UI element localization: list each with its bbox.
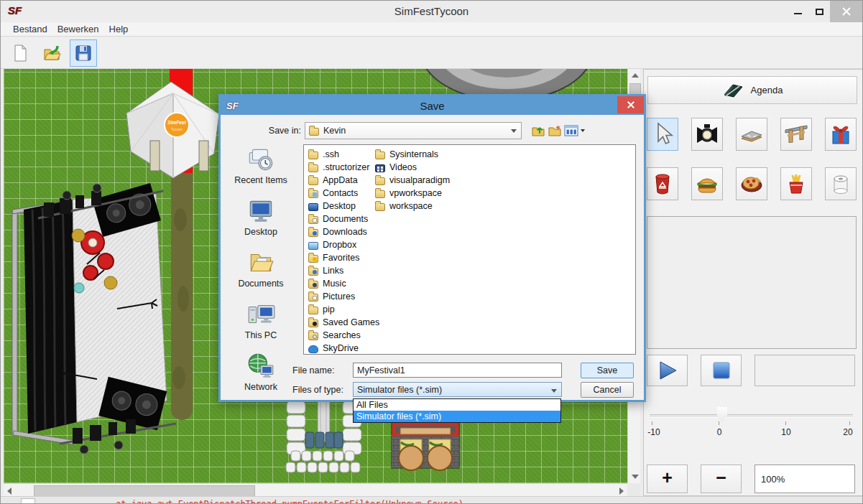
place-this-pc[interactable]: This PC	[225, 296, 297, 344]
canvas-horizontal-scrollbar[interactable]	[4, 483, 627, 496]
file-item[interactable]: Contacts	[308, 187, 379, 200]
save-file-button[interactable]	[70, 39, 97, 67]
svg-text:SimFest: SimFest	[167, 120, 186, 125]
menu-help[interactable]: Help	[104, 24, 134, 34]
file-name-input[interactable]: MyFestival1	[353, 363, 562, 378]
zoom-in-button[interactable]: +	[647, 465, 688, 493]
file-icon	[308, 319, 318, 327]
tool-hamburger[interactable]	[691, 167, 723, 200]
file-item[interactable]: Favorites	[308, 251, 379, 264]
minimize-button[interactable]	[787, 1, 808, 22]
tick-label: 20	[843, 427, 852, 437]
chevron-down-icon	[511, 129, 517, 133]
file-item[interactable]: Downloads	[308, 225, 379, 238]
stop-button[interactable]	[701, 355, 742, 386]
file-icon	[308, 281, 318, 289]
tool-wooden-gate[interactable]	[780, 118, 812, 151]
dirt-path	[171, 173, 193, 420]
file-item[interactable]: Pictures	[308, 290, 379, 303]
save-button[interactable]: Save	[581, 363, 634, 378]
close-button[interactable]	[830, 1, 862, 22]
file-item[interactable]: visualparadigm	[375, 174, 450, 187]
file-item[interactable]: Saved Games	[308, 316, 379, 329]
file-item[interactable]: pip	[308, 303, 379, 316]
file-item[interactable]: workspace	[375, 200, 450, 213]
new-file-button[interactable]	[6, 39, 34, 67]
zoom-level-field[interactable]: 100%	[754, 465, 855, 493]
slider-thumb[interactable]	[717, 407, 727, 422]
file-item[interactable]: .ssh	[308, 148, 379, 161]
dropdown-option-simulator-files[interactable]: Simulator files (*.sim)	[354, 411, 560, 422]
tool-road-tile[interactable]	[736, 118, 767, 151]
open-file-button[interactable]	[38, 39, 65, 67]
file-item[interactable]: Videos	[375, 161, 450, 174]
file-icon	[308, 345, 318, 353]
file-item[interactable]: AppData	[308, 174, 379, 187]
file-item[interactable]: SkyDrive	[308, 342, 379, 355]
tool-trash-bin[interactable]	[647, 167, 678, 200]
new-file-icon	[10, 43, 30, 63]
place-label: Documents	[238, 279, 283, 289]
scroll-up-icon[interactable]	[632, 73, 639, 78]
file-icon	[375, 164, 385, 172]
new-folder-button[interactable]	[548, 123, 562, 141]
tool-pizza[interactable]	[736, 167, 767, 200]
file-icon	[308, 268, 318, 276]
file-item[interactable]: vpworkspace	[375, 187, 450, 200]
file-item[interactable]: Music	[308, 277, 379, 290]
scroll-down-icon[interactable]	[632, 475, 639, 479]
save-dialog: SF Save Save in: Kevin	[218, 94, 646, 402]
files-of-type-combobox[interactable]: Simulator files (*.sim)	[353, 382, 562, 397]
app-window: SF SimFestTycoon Bestand Bewerken Help	[0, 0, 863, 504]
status-box	[754, 355, 855, 386]
tool-toilet-paper[interactable]	[825, 167, 857, 200]
entrance-tent: SimFest Tycoon	[126, 82, 219, 178]
view-menu-button[interactable]	[564, 123, 586, 141]
zoom-out-button[interactable]: −	[701, 465, 742, 493]
place-desktop[interactable]: Desktop	[225, 192, 297, 241]
file-item[interactable]: Searches	[308, 329, 379, 342]
file-item[interactable]: .structorizer	[308, 161, 379, 174]
places-sidebar: Recent Items Desktop Documents	[225, 141, 297, 399]
file-icon	[308, 203, 318, 211]
save-in-combobox[interactable]: Kevin	[305, 122, 522, 139]
speed-slider[interactable]: -10 0 10 20	[650, 406, 853, 440]
file-icon	[308, 242, 318, 250]
dropdown-option-all-files[interactable]: All Files	[354, 399, 560, 411]
file-name-label: File name:	[292, 365, 334, 375]
dialog-title-bar[interactable]: SF Save	[221, 96, 644, 115]
menu-bewerken[interactable]: Bewerken	[52, 24, 104, 34]
file-item[interactable]: Sysinternals	[375, 148, 450, 161]
maximize-button[interactable]	[808, 1, 830, 22]
scroll-right-icon[interactable]	[619, 487, 624, 495]
file-icon	[308, 164, 318, 172]
slider-track[interactable]	[650, 414, 853, 418]
zoom-controls: + − 100%	[647, 465, 857, 495]
file-item[interactable]: Dropbox	[308, 238, 379, 251]
play-button[interactable]	[647, 355, 688, 386]
agenda-button[interactable]: Agenda	[647, 76, 857, 104]
dialog-close-button[interactable]	[617, 96, 644, 113]
file-list-column-2: Sysinternals Videos visualparadigm vpwor…	[375, 148, 450, 213]
tool-spotlight[interactable]	[691, 118, 723, 151]
files-of-type-value: Simulator files (*.sim)	[357, 385, 442, 395]
scroll-left-icon[interactable]	[7, 487, 11, 495]
place-recent-items[interactable]: Recent Items	[225, 141, 297, 189]
tool-gift[interactable]	[825, 118, 857, 151]
menu-bestand[interactable]: Bestand	[8, 24, 52, 34]
horizontal-scroll-thumb[interactable]	[34, 485, 255, 497]
up-one-level-button[interactable]	[531, 123, 545, 141]
file-icon	[375, 177, 385, 185]
file-item[interactable]: Documents	[308, 213, 379, 225]
cancel-button[interactable]: Cancel	[581, 382, 634, 398]
minimize-icon	[794, 13, 802, 14]
place-documents[interactable]: Documents	[225, 244, 297, 292]
console-box	[21, 498, 35, 504]
tool-fries[interactable]	[780, 167, 812, 200]
file-item[interactable]: Desktop	[308, 200, 379, 213]
file-item[interactable]: Links	[308, 264, 379, 277]
file-list[interactable]: .ssh .structorizer AppData Contacts Desk…	[303, 144, 636, 355]
window-title: SimFestTycoon	[1, 5, 862, 17]
tool-cursor[interactable]	[647, 118, 678, 151]
file-icon	[375, 190, 385, 198]
